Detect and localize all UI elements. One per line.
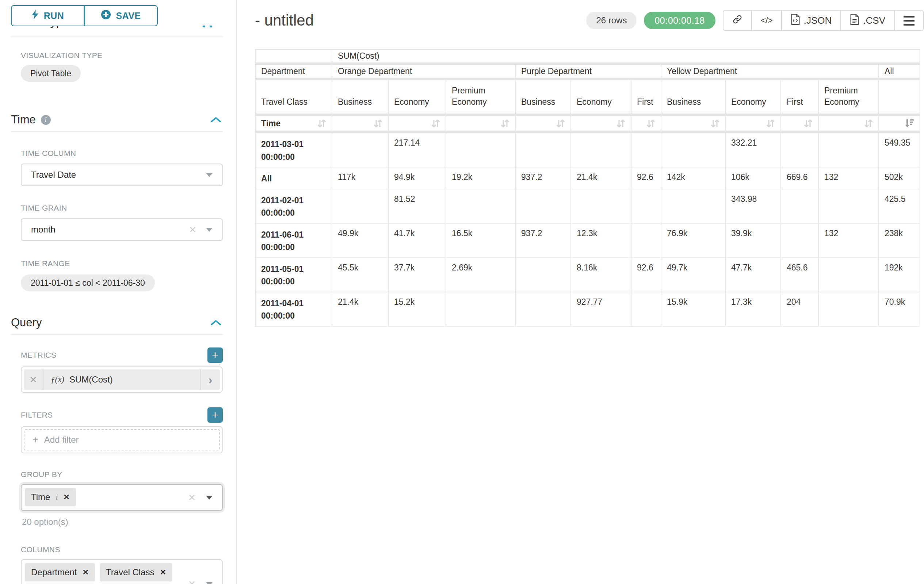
add-metric-button[interactable]: + xyxy=(208,347,223,363)
pivot-class-header[interactable]: Business xyxy=(662,80,726,116)
run-button-label: RUN xyxy=(44,11,64,21)
csv-file-icon xyxy=(850,14,860,27)
pivot-class-header[interactable]: Premium Economy xyxy=(446,80,516,116)
copy-link-button[interactable] xyxy=(723,11,751,30)
columns-select[interactable]: Department ✕ Travel Class ✕ ✕ xyxy=(21,559,223,584)
info-icon: i xyxy=(41,115,51,125)
menu-button[interactable] xyxy=(894,11,923,30)
sort-icon[interactable] xyxy=(766,118,777,128)
pivot-class-header[interactable]: Business xyxy=(516,80,571,116)
info-icon: i xyxy=(56,493,58,502)
pivot-group-header[interactable]: Purple Department xyxy=(516,65,662,80)
chevron-right-icon[interactable]: › xyxy=(200,369,220,390)
add-filter-plus-button[interactable]: + xyxy=(208,407,223,423)
time-column-value: Travel Date xyxy=(31,170,76,180)
remove-chip-icon[interactable]: ✕ xyxy=(63,493,70,502)
sort-icon[interactable] xyxy=(500,118,512,128)
pivot-class-header[interactable]: Business xyxy=(332,80,389,116)
pivot-cell: 332.21 xyxy=(726,133,781,168)
pivot-cell: 669.6 xyxy=(781,168,819,189)
pivot-table: SUM(Cost)DepartmentOrange DepartmentPurp… xyxy=(255,49,920,327)
pivot-cell xyxy=(819,258,879,292)
link-icon xyxy=(732,14,742,27)
metric-pill[interactable]: ✕ ƒ(x) SUM(Cost) › xyxy=(24,369,220,390)
pivot-cell xyxy=(662,133,726,168)
time-column-select[interactable]: Travel Date xyxy=(21,163,223,186)
time-section-header[interactable]: Time i xyxy=(11,113,223,126)
pivot-sort-header[interactable] xyxy=(781,116,819,133)
time-grain-select[interactable]: month ✕ xyxy=(21,218,223,241)
pivot-cell xyxy=(781,189,819,224)
time-range-value[interactable]: 2011-01-01 ≤ col < 2011-06-30 xyxy=(21,275,155,291)
caret-down-icon xyxy=(206,582,213,584)
group-by-label: GROUP BY xyxy=(21,470,223,479)
save-button-label: SAVE xyxy=(116,11,140,21)
pivot-sort-header[interactable] xyxy=(389,116,446,133)
pivot-sort-header[interactable] xyxy=(516,116,571,133)
export-csv-button[interactable]: .CSV xyxy=(840,11,894,30)
sort-icon[interactable] xyxy=(616,118,628,128)
pivot-time-dim-header[interactable]: Time xyxy=(256,116,332,133)
run-button[interactable]: RUN xyxy=(11,5,84,26)
columns-chip-department[interactable]: Department ✕ xyxy=(25,563,95,581)
pivot-cell xyxy=(516,258,571,292)
pivot-sort-header[interactable] xyxy=(571,116,632,133)
group-by-select[interactable]: Time i ✕ ✕ xyxy=(21,484,223,511)
visualization-type-value[interactable]: Pivot Table xyxy=(21,65,81,82)
pivot-cell: 37.7k xyxy=(389,258,446,292)
sort-icon[interactable] xyxy=(431,118,443,128)
pivot-group-header[interactable]: All xyxy=(879,65,920,80)
sort-descending-icon[interactable] xyxy=(904,118,917,128)
save-button[interactable]: SAVE xyxy=(84,5,158,26)
sort-icon[interactable] xyxy=(373,118,385,128)
clear-icon[interactable]: ✕ xyxy=(188,579,196,584)
sort-icon[interactable] xyxy=(556,118,568,128)
remove-chip-icon[interactable]: ✕ xyxy=(160,568,166,577)
query-section-title: Query xyxy=(11,316,42,329)
group-by-chip-time[interactable]: Time i ✕ xyxy=(25,488,76,506)
add-filter-button[interactable]: + Add filter xyxy=(24,429,220,451)
pivot-class-header[interactable]: Premium Economy xyxy=(819,80,879,116)
pivot-cell: 192k xyxy=(879,258,920,292)
pivot-group-header[interactable]: Yellow Department xyxy=(662,65,879,80)
pivot-cell xyxy=(819,133,879,168)
pivot-sort-header[interactable] xyxy=(632,116,662,133)
sort-icon[interactable] xyxy=(646,118,658,128)
sort-icon[interactable] xyxy=(710,118,722,128)
metric-name: SUM(Cost) xyxy=(69,375,113,385)
pivot-metric-header: SUM(Cost) xyxy=(332,49,920,65)
pivot-cell: 16.5k xyxy=(446,224,516,258)
sort-icon[interactable] xyxy=(864,118,875,128)
remove-metric-icon[interactable]: ✕ xyxy=(24,369,43,390)
chevron-up-icon[interactable] xyxy=(210,319,221,326)
sort-icon[interactable] xyxy=(317,118,329,128)
pivot-group-header[interactable]: Orange Department xyxy=(332,65,516,80)
sort-icon[interactable] xyxy=(804,118,815,128)
query-section-header[interactable]: Query xyxy=(11,316,223,329)
chip-label: Department xyxy=(31,567,77,577)
pivot-sort-header[interactable] xyxy=(446,116,516,133)
chart-title[interactable]: - untitled xyxy=(255,12,314,29)
pivot-class-header[interactable]: First xyxy=(632,80,662,116)
pivot-cell xyxy=(632,133,662,168)
pivot-cell xyxy=(781,133,819,168)
pivot-sort-header[interactable] xyxy=(819,116,879,133)
view-query-button[interactable]: </> xyxy=(751,11,781,30)
chevron-up-icon[interactable] xyxy=(210,117,221,123)
pivot-class-header[interactable]: Economy xyxy=(389,80,446,116)
pivot-class-header[interactable]: Economy xyxy=(726,80,781,116)
pivot-class-header[interactable] xyxy=(879,80,920,116)
clear-icon[interactable]: ✕ xyxy=(188,492,196,503)
section-divider xyxy=(11,36,223,37)
pivot-sort-header[interactable] xyxy=(879,116,920,133)
clear-icon[interactable]: ✕ xyxy=(189,224,196,235)
pivot-sort-header[interactable] xyxy=(662,116,726,133)
pivot-class-header[interactable]: Economy xyxy=(571,80,632,116)
pivot-cell xyxy=(446,133,516,168)
pivot-class-header[interactable]: First xyxy=(781,80,819,116)
columns-chip-travel-class[interactable]: Travel Class ✕ xyxy=(100,563,172,581)
pivot-sort-header[interactable] xyxy=(332,116,389,133)
export-json-button[interactable]: .JSON xyxy=(781,11,841,30)
remove-chip-icon[interactable]: ✕ xyxy=(82,568,89,577)
pivot-sort-header[interactable] xyxy=(726,116,781,133)
